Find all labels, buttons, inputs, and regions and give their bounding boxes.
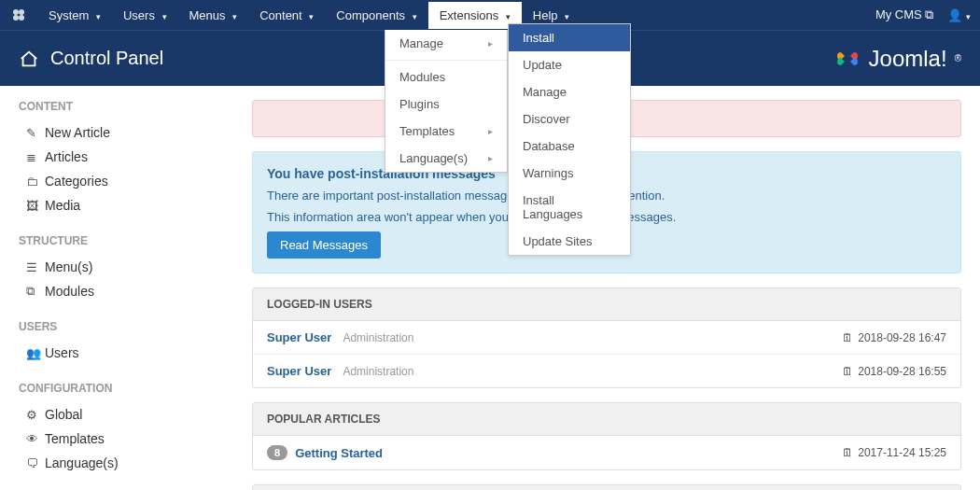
caret-down-icon: ▾	[309, 12, 314, 21]
ext-sub-update[interactable]: Update	[509, 51, 630, 78]
users-icon: 👥	[26, 346, 45, 360]
site-name-link[interactable]: My CMS ⧉	[875, 7, 933, 22]
calendar-icon: 🗓	[842, 331, 853, 344]
ext-sub-database[interactable]: Database	[509, 133, 630, 160]
user-link[interactable]: Super User	[267, 364, 331, 378]
sidebar-section-content: CONTENT	[19, 100, 233, 113]
user-link[interactable]: Super User	[267, 330, 331, 344]
pencil-icon: ✎	[26, 126, 45, 140]
sidebar-languages[interactable]: 🗨Language(s)	[19, 451, 233, 475]
eye-icon: 👁	[26, 432, 45, 446]
top-menu: System ▾Users ▾Menus ▾Content ▾Component…	[37, 2, 875, 29]
stack-icon: ≣	[26, 150, 45, 164]
caret-down-icon: ▾	[232, 12, 237, 21]
caret-down-icon: ▾	[96, 12, 101, 21]
external-link-icon: ⧉	[925, 7, 933, 21]
ext-menu-templates[interactable]: Templates▸	[385, 118, 507, 145]
ext-sub-install[interactable]: Install	[509, 24, 630, 51]
read-messages-button[interactable]: Read Messages	[267, 231, 381, 259]
panel-heading: POPULAR ARTICLES	[253, 403, 960, 436]
ext-sub-installlanguages[interactable]: Install Languages	[509, 187, 630, 228]
calendar-icon: 🗓	[842, 365, 853, 378]
ext-sub-discover[interactable]: Discover	[509, 105, 630, 133]
caret-down-icon: ▾	[162, 12, 167, 21]
registered-mark: ®	[955, 53, 961, 63]
sidebar-newarticle[interactable]: ✎New Article	[19, 120, 233, 145]
sidebar: CONTENT✎New Article≣Articles🗀Categories🖾…	[19, 100, 233, 490]
popular-articles-panel: POPULAR ARTICLES 8Getting Started🗓2017-1…	[252, 402, 961, 470]
sidebar-section-configuration: CONFIGURATION	[19, 382, 233, 395]
site-info-panel: SITE INFORMATION 🖵OSLinux d🔧PHP7.1.20-1+…	[252, 484, 961, 490]
svg-point-0	[13, 9, 19, 15]
svg-point-2	[13, 15, 19, 21]
ext-sub-warnings[interactable]: Warnings	[509, 160, 630, 187]
login-date: 🗓2018-09-28 16:55	[842, 365, 946, 378]
top-menu-bar: System ▾Users ▾Menus ▾Content ▾Component…	[0, 0, 980, 30]
comments-icon: 🗨	[26, 456, 45, 470]
sidebar-articles[interactable]: ≣Articles	[19, 145, 233, 169]
sidebar-media[interactable]: 🖾Media	[19, 193, 233, 217]
popular-row: 8Getting Started🗓2017-11-24 15:25	[253, 436, 960, 469]
home-icon	[19, 49, 39, 69]
topmenu-system[interactable]: System ▾	[37, 2, 112, 29]
top-menu-right: My CMS ⧉ 👤 ▾	[875, 7, 971, 22]
sidebar-categories[interactable]: 🗀Categories	[19, 169, 233, 193]
sidebar-menus[interactable]: ☰Menu(s)	[19, 255, 233, 279]
extensions-dropdown: Manage▸ModulesPluginsTemplates▸Language(…	[385, 30, 508, 173]
extensions-manage-submenu: InstallUpdateManageDiscoverDatabaseWarni…	[508, 23, 631, 256]
article-link[interactable]: Getting Started	[295, 446, 383, 460]
chevron-right-icon: ▸	[488, 38, 493, 49]
joomla-brand: Joomla! ®	[833, 45, 961, 73]
svg-point-3	[19, 15, 24, 21]
logged-in-users-panel: LOGGED-IN USERS Super UserAdministration…	[252, 287, 961, 388]
login-date: 🗓2018-09-28 16:47	[842, 331, 946, 344]
ext-menu-languages[interactable]: Language(s)▸	[385, 145, 507, 172]
logged-in-row: Super UserAdministration🗓2018-09-28 16:4…	[253, 321, 960, 355]
caret-down-icon: ▾	[506, 12, 511, 21]
topmenu-users[interactable]: Users ▾	[112, 2, 178, 29]
user-menu[interactable]: 👤 ▾	[947, 8, 971, 22]
joomla-brand-text: Joomla!	[869, 46, 947, 72]
caret-down-icon: ▾	[413, 12, 417, 21]
cog-icon: ⚙	[26, 408, 45, 422]
sidebar-templates[interactable]: 👁Templates	[19, 427, 233, 451]
sidebar-global[interactable]: ⚙Global	[19, 402, 233, 427]
joomla-logo-icon	[833, 45, 861, 73]
panel-heading: LOGGED-IN USERS	[253, 288, 960, 321]
article-date: 🗓2017-11-24 15:25	[842, 446, 946, 459]
chevron-right-icon: ▸	[488, 153, 493, 163]
user-role: Administration	[343, 331, 413, 344]
panel-heading: SITE INFORMATION	[253, 485, 960, 490]
user-role: Administration	[343, 365, 413, 378]
ext-menu-modules[interactable]: Modules	[385, 63, 507, 91]
cube-icon: ⧉	[26, 284, 45, 299]
topmenu-components[interactable]: Components ▾	[325, 2, 427, 29]
folder-icon: 🗀	[26, 175, 45, 189]
ext-sub-manage[interactable]: Manage	[509, 78, 630, 105]
sidebar-modules[interactable]: ⧉Modules	[19, 279, 233, 303]
logged-in-row: Super UserAdministration🗓2018-09-28 16:5…	[253, 355, 960, 387]
sidebar-section-structure: STRUCTURE	[19, 234, 233, 247]
hit-count-badge: 8	[267, 445, 287, 460]
joomla-mini-icon	[9, 6, 28, 24]
ext-menu-plugins[interactable]: Plugins	[385, 91, 507, 118]
caret-down-icon: ▾	[565, 12, 569, 21]
chevron-right-icon: ▸	[488, 126, 493, 136]
topmenu-content[interactable]: Content ▾	[248, 2, 325, 29]
calendar-icon: 🗓	[842, 446, 853, 459]
sidebar-section-users: USERS	[19, 320, 233, 333]
image-icon: 🖾	[26, 199, 45, 213]
svg-point-1	[19, 9, 24, 15]
ext-sub-updatesites[interactable]: Update Sites	[509, 228, 630, 255]
ext-menu-manage[interactable]: Manage▸	[385, 30, 507, 57]
sidebar-users[interactable]: 👥Users	[19, 341, 233, 365]
topmenu-menus[interactable]: Menus ▾	[178, 2, 249, 29]
list-icon: ☰	[26, 260, 45, 274]
